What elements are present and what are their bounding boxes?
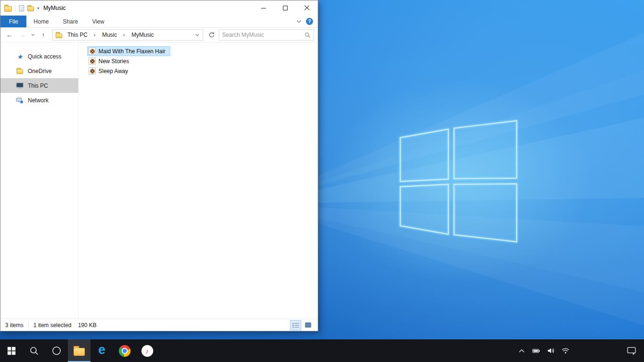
thumbnails-view-icon <box>305 322 312 328</box>
hidden-icons-button[interactable] <box>516 339 527 362</box>
folder-icon <box>74 348 85 356</box>
navigation-bar: ← → ↑ This PC Music MyMusic <box>0 28 318 42</box>
music-note-icon: ♪ <box>141 345 153 357</box>
cortana-button[interactable] <box>45 339 68 362</box>
chrome-icon <box>119 345 131 357</box>
breadcrumb-music[interactable]: Music <box>99 32 128 38</box>
location-folder-icon <box>56 33 62 38</box>
file-row-new-stories[interactable]: New Stories <box>87 56 134 66</box>
navigation-pane: Quick access OneDrive This PC <box>0 42 79 319</box>
chevron-up-icon <box>519 349 525 353</box>
status-selection-size: 190 KB <box>78 322 96 329</box>
new-folder-icon[interactable] <box>27 7 34 11</box>
search-box[interactable] <box>219 29 314 41</box>
maximize-icon <box>283 6 288 10</box>
help-button[interactable]: ? <box>306 18 313 25</box>
sidebar-item-label: This PC <box>28 82 48 89</box>
explorer-window: ▾ MyMusic File Home Share View ? <box>0 0 318 331</box>
tab-view[interactable]: View <box>85 16 111 27</box>
taskbar-file-explorer-button[interactable] <box>68 339 91 362</box>
sidebar-item-label: Quick access <box>28 53 61 60</box>
file-row-sleep-away[interactable]: Sleep Away <box>87 66 133 76</box>
sidebar-item-quick-access[interactable]: Quick access <box>0 49 78 64</box>
screen: ▾ MyMusic File Home Share View ? <box>0 0 644 362</box>
sidebar-item-label: Network <box>28 97 49 104</box>
breadcrumb-mymusic[interactable]: MyMusic <box>128 32 157 38</box>
search-input[interactable] <box>222 32 305 38</box>
status-separator <box>28 322 29 329</box>
sidebar-item-network[interactable]: Network <box>0 93 78 107</box>
ribbon-tab-strip: File Home Share View ? <box>0 16 318 28</box>
edge-e-icon: e <box>98 344 105 356</box>
file-name: Sleep Away <box>99 68 128 74</box>
forward-button[interactable]: → <box>17 29 29 41</box>
search-icon <box>30 346 39 355</box>
minimize-button[interactable] <box>253 0 274 16</box>
file-row-maid-with-the-flaxen-hair[interactable]: Maid With The Flaxen Hair <box>87 46 170 56</box>
chevron-down-icon <box>297 20 301 23</box>
large-thumbnails-view-button[interactable] <box>303 321 313 330</box>
refresh-button[interactable] <box>206 29 218 41</box>
action-center-button[interactable] <box>620 339 642 362</box>
speaker-icon <box>547 347 554 354</box>
tab-file[interactable]: File <box>0 16 26 27</box>
up-button[interactable]: ↑ <box>37 29 50 41</box>
start-button[interactable] <box>0 339 23 362</box>
window-title: MyMusic <box>43 5 66 11</box>
file-list[interactable]: Maid With The Flaxen Hair New Stories Sl… <box>79 42 318 319</box>
explorer-window-icon[interactable] <box>4 6 12 12</box>
sidebar-item-this-pc[interactable]: This PC <box>0 78 78 93</box>
battery-button[interactable] <box>531 339 541 362</box>
volume-button[interactable] <box>545 339 556 362</box>
properties-icon[interactable] <box>19 5 24 11</box>
expand-ribbon-button[interactable] <box>297 20 301 23</box>
customize-quick-access-icon[interactable]: ▾ <box>37 6 39 10</box>
battery-icon <box>532 347 540 354</box>
taskbar-itunes-button[interactable]: ♪ <box>136 339 158 362</box>
back-button[interactable]: ← <box>3 29 16 41</box>
view-switcher <box>290 321 313 330</box>
audio-file-icon <box>89 58 96 65</box>
tab-home[interactable]: Home <box>26 16 56 27</box>
address-dropdown-button[interactable] <box>192 30 202 40</box>
status-selection-info: 1 item selected <box>33 322 72 329</box>
sidebar-item-onedrive[interactable]: OneDrive <box>0 64 78 78</box>
title-bar[interactable]: ▾ MyMusic <box>0 0 318 16</box>
cortana-circle-icon <box>52 346 61 355</box>
quick-access-toolbar: ▾ <box>4 5 39 12</box>
audio-file-icon <box>89 67 96 74</box>
network-button[interactable] <box>560 339 570 362</box>
this-pc-icon <box>16 82 24 90</box>
status-item-count: 3 items <box>5 322 24 329</box>
file-name: Maid With The Flaxen Hair <box>99 48 165 55</box>
network-icon <box>16 97 24 104</box>
system-tray <box>516 339 570 362</box>
taskbar-edge-button[interactable]: e <box>91 339 113 362</box>
tab-share[interactable]: Share <box>56 16 85 27</box>
wifi-icon <box>561 347 570 354</box>
details-view-button[interactable] <box>290 321 301 330</box>
onedrive-folder-icon <box>16 67 24 75</box>
caption-buttons <box>253 0 318 16</box>
taskbar-chrome-button[interactable] <box>113 339 136 362</box>
taskbar-search-button[interactable] <box>23 339 45 362</box>
separator <box>15 5 16 11</box>
sidebar-item-label: OneDrive <box>28 68 52 74</box>
maximize-button[interactable] <box>274 0 296 16</box>
window-content: Quick access OneDrive This PC <box>0 42 318 319</box>
breadcrumb-this-pc[interactable]: This PC <box>64 32 99 38</box>
chevron-down-icon <box>195 33 199 36</box>
taskbar: e ♪ <box>0 339 644 362</box>
file-name: New Stories <box>99 58 129 65</box>
close-icon <box>304 5 310 11</box>
status-bar: 3 items 1 item selected 190 KB <box>0 319 318 331</box>
recent-locations-button[interactable] <box>30 29 36 41</box>
audio-file-icon <box>89 48 96 55</box>
refresh-icon <box>208 32 215 38</box>
quick-access-star-icon <box>16 53 24 60</box>
address-bar[interactable]: This PC Music MyMusic <box>52 29 203 41</box>
close-button[interactable] <box>296 0 318 16</box>
taskbar-apps: e ♪ <box>0 339 158 362</box>
windows-logo-icon <box>8 347 16 355</box>
search-icon[interactable] <box>305 32 311 38</box>
